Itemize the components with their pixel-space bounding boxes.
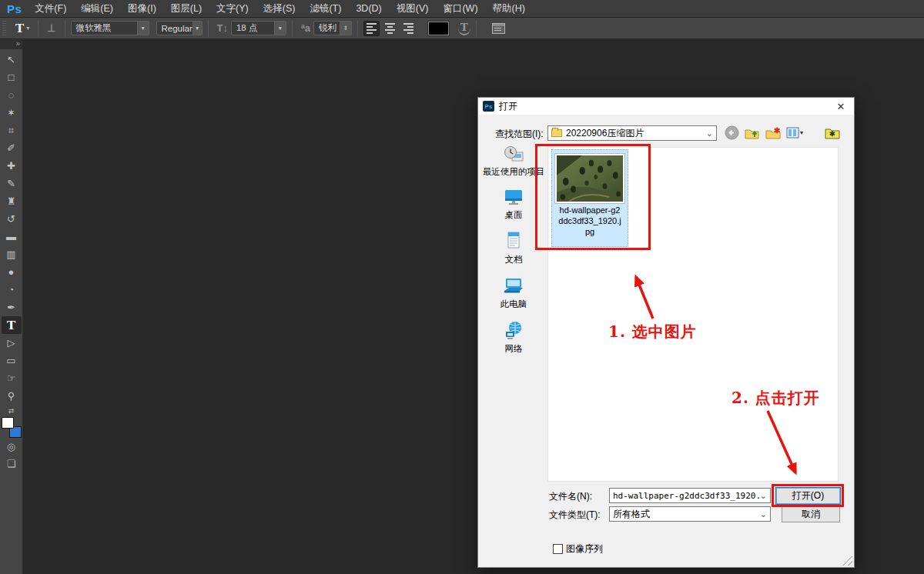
hand-tool[interactable]: ☞ xyxy=(2,369,22,387)
menubar-item[interactable]: 3D(D) xyxy=(356,3,381,14)
place-label: 网络 xyxy=(505,343,523,355)
eyedropper-tool[interactable]: ✐ xyxy=(2,139,22,157)
collapse-panel-icon[interactable]: » xyxy=(0,39,22,49)
separator xyxy=(38,20,38,37)
foreground-color-swatch[interactable] xyxy=(2,417,14,429)
chevron-down-icon[interactable]: ⌄ xyxy=(760,509,767,519)
tools-panel: » ↖ □ ◌ ✶ ⌗ ✐ ✚ ✎ ♜ ↺ ▬ ▥ ● ◔ ✒ xyxy=(0,39,23,574)
file-name-line: hd-wallpaper-g2 xyxy=(560,205,621,215)
file-item-selected[interactable]: hd-wallpaper-g2 ddc3df33_1920.j pg xyxy=(551,149,628,247)
image-sequence-option[interactable]: 图像序列 xyxy=(553,542,603,556)
font-family-value: 微软雅黑 xyxy=(76,22,112,34)
lasso-tool[interactable]: ◌ xyxy=(2,86,22,104)
anti-alias-select[interactable]: 锐利 ⇕ xyxy=(313,21,352,35)
file-type-label: 文件类型(T): xyxy=(549,509,601,522)
brush-tool[interactable]: ✎ xyxy=(2,175,22,192)
look-in-value: 20220906压缩图片 xyxy=(566,127,644,140)
place-recent-items[interactable]: 最近使用的项目 xyxy=(483,145,545,178)
open-button[interactable]: 打开(O) xyxy=(775,487,841,505)
place-this-pc[interactable]: 此电脑 xyxy=(500,276,527,310)
align-left-button[interactable] xyxy=(363,21,380,36)
quick-mask-icon[interactable]: ◎ xyxy=(7,438,15,455)
annotation-step1-label: 1. 选中图片 xyxy=(608,322,697,342)
menubar-item[interactable]: 图层(L) xyxy=(171,2,202,15)
swap-colors-icon[interactable]: ⇄ xyxy=(8,406,15,415)
path-selection-tool[interactable]: ▷ xyxy=(2,334,22,352)
pen-tool[interactable]: ✒ xyxy=(2,299,22,316)
menubar-item[interactable]: 窗口(W) xyxy=(443,2,477,15)
dialog-title-bar[interactable]: Ps 打开 ✕ xyxy=(478,98,854,115)
chevron-down-icon[interactable]: ▾ xyxy=(137,22,149,35)
eraser-tool[interactable]: ▬ xyxy=(2,228,22,245)
up-one-level-icon[interactable] xyxy=(745,126,760,140)
dodge-tool[interactable]: ◔ xyxy=(2,281,22,299)
menubar-item[interactable]: 图像(I) xyxy=(128,2,156,15)
cancel-button[interactable]: 取消 xyxy=(782,506,840,522)
toggle-text-orientation-icon[interactable]: ⊥ xyxy=(47,22,55,34)
chevron-down-icon[interactable]: ⌄ xyxy=(706,128,713,138)
shape-tool[interactable]: ▭ xyxy=(2,352,22,369)
menubar-item[interactable]: 文件(F) xyxy=(35,2,66,15)
screen-mode-icon[interactable]: ❏ xyxy=(7,455,16,472)
marquee-tool[interactable]: □ xyxy=(2,68,22,86)
align-right-button[interactable] xyxy=(400,21,417,36)
place-label: 最近使用的项目 xyxy=(483,166,545,178)
type-tool[interactable]: T xyxy=(2,316,22,334)
font-style-select[interactable]: Regular ▾ xyxy=(156,21,203,35)
menubar-item[interactable]: 文字(Y) xyxy=(216,2,249,15)
blur-tool[interactable]: ● xyxy=(2,263,22,281)
menubar-item[interactable]: 滤镜(T) xyxy=(310,2,341,15)
crop-tool[interactable]: ⌗ xyxy=(2,122,22,139)
look-in-label: 查找范围(I): xyxy=(495,128,544,141)
chevron-down-icon[interactable]: ▾ xyxy=(192,22,202,35)
clone-stamp-tool[interactable]: ♜ xyxy=(2,192,22,210)
tool-preset-caret-icon[interactable]: ▾ xyxy=(26,25,29,32)
place-documents[interactable]: 文档 xyxy=(503,232,524,265)
annotation-step2-label: 2. 点击打开 xyxy=(732,388,820,409)
spin-caret-icon[interactable]: ⇕ xyxy=(340,22,351,35)
image-sequence-checkbox[interactable] xyxy=(553,544,563,554)
separator xyxy=(476,20,477,37)
file-type-select[interactable]: 所有格式 ⌄ xyxy=(609,506,771,522)
menubar-item[interactable]: 帮助(H) xyxy=(493,2,525,15)
place-desktop[interactable]: 桌面 xyxy=(503,189,524,221)
file-type-value: 所有格式 xyxy=(613,508,650,521)
file-name-input[interactable]: hd-wallpaper-g2ddc3df33_1920.jpg ⌄ xyxy=(609,488,771,503)
close-icon[interactable]: ✕ xyxy=(828,98,854,115)
align-center-button[interactable] xyxy=(382,21,398,36)
look-in-select[interactable]: 20220906压缩图片 ⌄ xyxy=(547,125,717,141)
chevron-down-icon[interactable]: ▾ xyxy=(274,22,286,35)
font-family-select[interactable]: 微软雅黑 ▾ xyxy=(71,21,149,35)
new-folder-icon[interactable]: ✱ xyxy=(765,126,781,140)
place-network[interactable]: 网络 xyxy=(503,321,524,355)
svg-text:✱: ✱ xyxy=(774,126,781,135)
menubar-item[interactable]: 视图(V) xyxy=(397,2,429,15)
this-pc-icon xyxy=(502,276,525,296)
warp-text-icon[interactable]: T xyxy=(458,22,470,35)
move-tool[interactable]: ↖ xyxy=(2,51,22,68)
toggle-panels-icon[interactable] xyxy=(492,23,505,34)
file-list[interactable]: hd-wallpaper-g2 ddc3df33_1920.j pg xyxy=(547,147,839,482)
place-label: 桌面 xyxy=(505,209,523,221)
ps-dialog-icon: Ps xyxy=(483,101,494,112)
color-swatches[interactable] xyxy=(2,417,22,438)
resize-grip[interactable] xyxy=(842,556,852,566)
back-button-icon[interactable] xyxy=(725,125,739,140)
chevron-down-icon[interactable]: ▾ xyxy=(800,129,803,136)
magic-wand-tool[interactable]: ✶ xyxy=(2,104,22,122)
text-color-swatch[interactable] xyxy=(428,22,449,35)
folder-asterisk-icon[interactable]: ✱ xyxy=(825,126,840,139)
zoom-tool[interactable]: ⚲ xyxy=(2,387,22,405)
healing-brush-tool[interactable]: ✚ xyxy=(2,157,22,175)
view-menu-icon[interactable]: ▾ xyxy=(786,127,803,138)
history-brush-tool[interactable]: ↺ xyxy=(2,210,22,228)
gradient-tool[interactable]: ▥ xyxy=(2,245,22,263)
chevron-down-icon[interactable]: ⌄ xyxy=(760,491,767,501)
menubar-item[interactable]: 选择(S) xyxy=(263,2,296,15)
desktop-icon xyxy=(503,189,524,207)
font-size-icon: T↕ xyxy=(217,22,228,34)
menubar-item[interactable]: 编辑(E) xyxy=(81,2,113,15)
font-size-select[interactable]: 18 点 ▾ xyxy=(231,21,286,35)
place-label: 此电脑 xyxy=(500,299,527,310)
type-tool-preset-icon[interactable]: T xyxy=(15,22,24,35)
